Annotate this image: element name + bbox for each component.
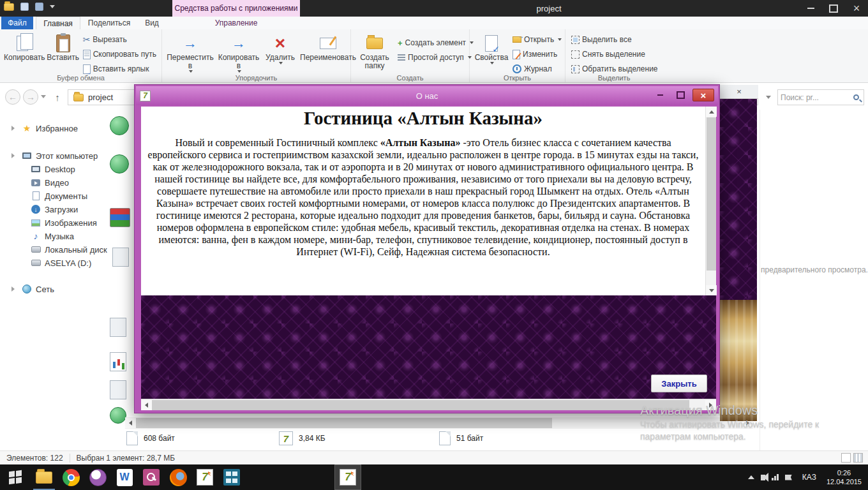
hidden-icons-button[interactable] <box>748 475 754 479</box>
scroll-left-icon[interactable] <box>125 418 136 428</box>
taskbar-writer-icon[interactable] <box>111 464 138 490</box>
sidebar-item-desktop[interactable]: Desktop <box>0 163 107 175</box>
action-center-flag-icon[interactable] <box>785 475 792 480</box>
history-button[interactable]: Журнал <box>511 63 564 75</box>
new-item-button[interactable]: Создать элемент <box>396 36 475 49</box>
tree-expand-icon[interactable] <box>11 126 15 131</box>
file-icon[interactable] <box>110 380 126 399</box>
taskbar-active-app-icon[interactable] <box>334 464 361 490</box>
close-dialog-button[interactable]: Закрыть <box>651 375 707 392</box>
forward-button[interactable] <box>23 89 38 105</box>
sidebar-network[interactable]: Сеть <box>0 283 107 295</box>
volume-icon[interactable] <box>761 475 765 480</box>
clock[interactable]: 0:26 12.04.2015 <box>827 468 862 486</box>
tab-share[interactable]: Поделиться <box>83 17 135 29</box>
scroll-down-icon[interactable] <box>706 285 717 295</box>
copy-button[interactable]: Копировать <box>4 31 45 73</box>
tree-expand-icon[interactable] <box>11 286 15 292</box>
paste-button[interactable]: Вставить <box>47 31 80 73</box>
tab-manage[interactable]: Управление <box>211 17 262 29</box>
close-button[interactable] <box>845 0 868 17</box>
file-icon[interactable] <box>110 352 126 371</box>
tab-home[interactable]: Главная <box>36 17 80 29</box>
qat-customize-icon[interactable] <box>50 5 55 8</box>
taskbar-access-icon[interactable] <box>138 464 165 490</box>
thumbnail-view-toggle[interactable] <box>853 453 863 463</box>
invert-selection-button[interactable]: Обратить выделение <box>569 63 660 75</box>
start-button[interactable] <box>0 464 31 490</box>
sidebar-item-music[interactable]: Музыка <box>0 230 107 242</box>
tab-view[interactable]: Вид <box>138 17 166 29</box>
maximize-button[interactable] <box>822 0 845 17</box>
sidebar-item-pictures[interactable]: Изображения <box>0 216 107 229</box>
language-indicator[interactable]: КАЗ <box>798 470 820 484</box>
taskbar-chrome-icon[interactable] <box>57 464 84 490</box>
cut-button[interactable]: Вырезать <box>81 33 158 46</box>
scrollbar-thumb[interactable] <box>152 400 689 410</box>
sidebar-item-video[interactable]: Видео <box>0 176 107 189</box>
taskbar-firefox-icon[interactable] <box>165 464 191 490</box>
scrollbar-thumb[interactable] <box>136 418 552 428</box>
sidebar-this-pc[interactable]: Этот компьютер <box>0 149 107 162</box>
file-tile[interactable]: 608 байт <box>126 431 175 445</box>
refresh-caret[interactable] <box>762 89 775 105</box>
search-input[interactable] <box>781 93 853 102</box>
tab-file[interactable]: Файл <box>1 17 33 29</box>
taskbar-explorer-icon[interactable] <box>31 464 57 490</box>
rename-button[interactable]: Переименовать <box>299 31 357 73</box>
properties-button[interactable]: Свойства <box>474 31 509 73</box>
back-button[interactable] <box>5 89 20 105</box>
scroll-left-icon[interactable] <box>141 400 152 410</box>
sidebar-item-local-disk[interactable]: Локальный диск ( <box>0 243 107 256</box>
context-tab-app-tools[interactable]: Средства работы с приложениями <box>172 0 300 17</box>
taskbar-database-icon[interactable] <box>218 464 245 490</box>
network-icon[interactable] <box>772 474 779 480</box>
sidebar-item-documents[interactable]: Документы <box>0 189 107 202</box>
file-icon[interactable] <box>110 116 129 135</box>
file-icon[interactable] <box>110 154 129 174</box>
qat-icon-1[interactable] <box>20 3 29 11</box>
scroll-up-icon[interactable] <box>706 107 717 117</box>
easy-access-button[interactable]: Простой доступ <box>396 51 475 64</box>
select-none-button[interactable]: Снять выделение <box>569 48 660 61</box>
dialog-titlebar[interactable]: О нас <box>136 86 718 105</box>
details-view-toggle[interactable] <box>841 453 851 463</box>
minimize-button[interactable] <box>799 0 822 17</box>
file-icon[interactable] <box>112 248 129 267</box>
paste-shortcut-button[interactable]: Вставить ярлык <box>81 63 158 75</box>
file-icon[interactable] <box>110 407 126 424</box>
edit-button[interactable]: Изменить <box>511 48 564 61</box>
background-window-close-icon[interactable] <box>720 85 758 99</box>
sidebar-item-downloads[interactable]: Загрузки <box>0 203 107 216</box>
up-button[interactable] <box>50 89 65 105</box>
delete-button[interactable]: Удалить <box>263 31 297 73</box>
qat-icon-2[interactable] <box>35 3 43 11</box>
file-icon[interactable] <box>110 318 126 337</box>
copy-path-button[interactable]: Скопировать путь <box>81 48 158 61</box>
copy-to-button[interactable]: Копировать в <box>216 31 262 73</box>
select-all-button[interactable]: Выделить все <box>569 33 660 46</box>
recent-locations-caret[interactable] <box>41 95 46 98</box>
dialog-maximize-button[interactable] <box>672 89 689 101</box>
move-to-button[interactable]: Переместить в <box>166 31 214 73</box>
tree-expand-icon[interactable] <box>11 153 15 158</box>
dialog-horizontal-scrollbar[interactable] <box>141 399 716 410</box>
open-button[interactable]: Открыть <box>511 33 564 46</box>
file-tile[interactable]: 51 байт <box>439 431 483 445</box>
file-list-horizontal-scrollbar[interactable] <box>125 417 753 429</box>
scrollbar-thumb[interactable] <box>707 117 716 271</box>
search-icon[interactable] <box>853 94 859 100</box>
taskbar-browser-icon[interactable] <box>84 464 111 490</box>
background-app-window[interactable] <box>720 85 758 421</box>
taskbar-delphi-icon[interactable] <box>191 464 218 490</box>
breadcrumb[interactable]: project <box>88 93 113 102</box>
dialog-minimize-button[interactable] <box>652 89 668 101</box>
file-icon[interactable] <box>110 208 130 227</box>
sidebar-favorites[interactable]: Избранное <box>0 122 107 135</box>
dialog-vertical-scrollbar[interactable] <box>705 107 716 295</box>
sidebar-item-aselya[interactable]: ASELYA (D:) <box>0 256 107 269</box>
new-folder-button[interactable]: Создать папку <box>355 31 394 73</box>
scroll-right-icon[interactable] <box>705 400 716 410</box>
dialog-close-button[interactable] <box>692 89 714 101</box>
file-tile[interactable]: 3,84 КБ <box>279 431 326 445</box>
